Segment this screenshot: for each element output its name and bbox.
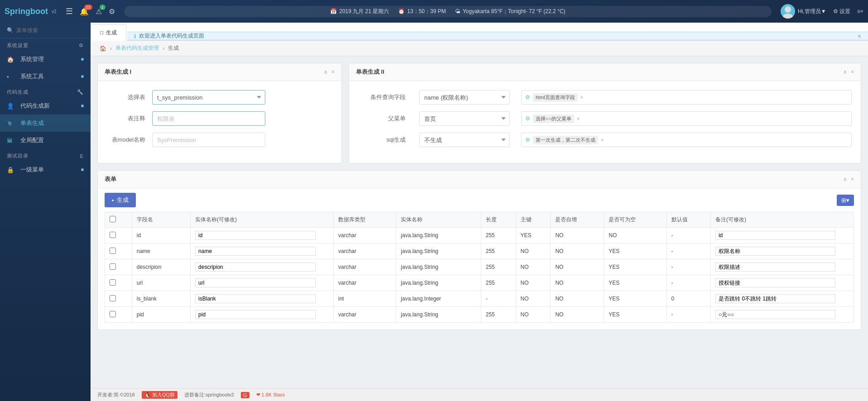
row-checkbox[interactable] <box>110 311 116 317</box>
user-menu[interactable]: Hi,管理员▼ <box>781 4 826 19</box>
sidebar-item-system-mgmt[interactable]: 🏠 系统管理 <box>0 51 91 68</box>
parent-menu-select[interactable]: 首页 <box>419 111 510 126</box>
tab-generate[interactable]: □ 生成 <box>91 24 126 41</box>
code-icon: 🔧 <box>77 89 84 95</box>
panel-right-title: 单表生成 II <box>356 68 843 76</box>
more-menu[interactable]: ≡+ <box>857 8 863 14</box>
info-bar: ℹ 欢迎进入单表代码生成页面 × <box>127 32 868 40</box>
query-field-select[interactable]: name (权限名称) <box>419 90 510 105</box>
qq-join-button[interactable]: 🐧 加入QQ群 <box>142 391 177 399</box>
table-comment-input[interactable] <box>152 111 265 126</box>
parent-menu-tag: 选择○○的父菜单 <box>533 115 574 123</box>
brand-name: Springboot <box>5 7 48 16</box>
close-panel-button[interactable]: × <box>331 69 335 75</box>
close-tab-button[interactable]: × <box>858 33 861 40</box>
follow-text: 进群备注:springbootv2 <box>184 391 234 398</box>
entity-name-input[interactable] <box>195 247 315 256</box>
breadcrumb-item-1[interactable]: 单表代码生成管理 <box>115 44 159 52</box>
cell-checkbox <box>105 291 132 307</box>
remark-input[interactable] <box>715 310 836 319</box>
close-tag-button[interactable]: × <box>580 95 583 100</box>
breadcrumb-home[interactable]: 🏠 <box>100 45 106 52</box>
table-controls: ∧ × <box>843 176 854 182</box>
panel-left-body: 选择表 t_sys_premission 表注释 表model名称 <box>98 81 341 163</box>
weather-text: Yogyakarta 85°F；Tonight- 72 °F (22.2 °C) <box>463 8 566 15</box>
navbar-right: Hi,管理员▼ ⚙ 设置 ≡+ <box>781 4 863 19</box>
time-text: 13：50：39 PM <box>407 8 446 15</box>
svg-point-1 <box>783 14 793 19</box>
close-sql-tag-button[interactable]: × <box>601 138 604 143</box>
cell-auto-inc: NO <box>551 291 604 307</box>
remark-input[interactable] <box>715 294 836 303</box>
copyright-text: 开发者:简 ©2018 <box>97 391 135 398</box>
row-checkbox[interactable] <box>110 248 116 254</box>
cell-nullable: YES <box>604 307 667 323</box>
cell-primary: NO <box>516 291 551 307</box>
settings-gear-icon[interactable]: ⚙ <box>109 7 115 16</box>
table-view-button[interactable]: ⊞▾ <box>837 195 854 206</box>
collapse-table-button[interactable]: ∧ <box>843 176 847 182</box>
gear-tag-icon-2: ⚙ <box>525 115 530 122</box>
collapse-right-button[interactable]: ∧ <box>843 69 847 75</box>
cell-nullable: YES <box>604 243 667 259</box>
sql-gen-select[interactable]: 不生成 <box>419 133 510 147</box>
datetime-bar: 📅 2019 九月 21 星期六 ⏰ 13：50：39 PM 🌤 Yogyaka… <box>124 6 772 17</box>
time-item: ⏰ 13：50：39 PM <box>398 8 446 15</box>
sidebar-item-global-config[interactable]: 🏛 全局配置 <box>0 132 91 149</box>
entity-name-input[interactable] <box>195 263 315 272</box>
stars-count: ❤ 1.6K Stars <box>256 392 285 398</box>
select-table-dropdown[interactable]: t_sys_premission <box>152 90 265 105</box>
sidebar-label: 系统工具 <box>20 72 44 81</box>
entity-name-input[interactable] <box>195 231 315 240</box>
remark-input[interactable] <box>715 263 836 272</box>
cell-entity <box>191 291 334 307</box>
entity-name-input[interactable] <box>195 278 315 287</box>
close-right-panel-button[interactable]: × <box>851 69 854 75</box>
row-checkbox[interactable] <box>110 263 116 270</box>
section-label: 代码生成 <box>7 89 29 95</box>
remark-input[interactable] <box>715 278 836 287</box>
settings-link[interactable]: ⚙ 设置 <box>833 8 850 15</box>
entity-name-input[interactable] <box>195 310 315 319</box>
cursor-icon: 🖱 <box>7 120 16 127</box>
sidebar-item-code-gen-new[interactable]: 👤 代码生成新 <box>0 97 91 115</box>
sidebar-item-system-tools[interactable]: ▪ 系统工具 <box>0 68 91 85</box>
collapse-button[interactable]: ∧ <box>324 69 328 75</box>
th-primary: 主键 <box>516 212 551 228</box>
cell-checkbox <box>105 307 132 323</box>
sidebar-item-first-menu[interactable]: 🔒 一级菜单 <box>0 161 91 178</box>
close-table-button[interactable]: × <box>851 176 854 182</box>
table-container: 字段名 实体名称(可修改) 数据库类型 实体名称 长度 主键 是否自增 是否可为… <box>98 212 861 329</box>
query-field-label: 条件查询字段 <box>358 93 412 101</box>
sidebar-toggle[interactable]: ☰ <box>66 6 73 16</box>
row-checkbox[interactable] <box>110 279 116 286</box>
warning-icon[interactable]: ⚠1 <box>96 7 102 16</box>
cell-nullable: YES <box>604 259 667 275</box>
row-checkbox[interactable] <box>110 295 116 301</box>
generate-button[interactable]: ▪ 生成 <box>105 193 136 207</box>
cell-entity-class: java.lang.String <box>396 243 481 259</box>
entity-name-input[interactable] <box>195 294 315 303</box>
notification-badge: 23 <box>84 5 92 10</box>
cell-checkbox <box>105 259 132 275</box>
row-checkbox[interactable] <box>110 232 116 238</box>
model-name-input[interactable] <box>152 133 265 147</box>
panel-controls: ∧ × <box>324 69 335 75</box>
notification-icon[interactable]: 🔔23 <box>80 7 89 16</box>
navbar: Springboot v2 ☰ 🔔23 ⚠1 ⚙ 📅 2019 九月 21 星期… <box>0 0 868 23</box>
remark-input[interactable] <box>715 231 836 240</box>
breadcrumb-sep-2: › <box>163 45 164 52</box>
th-entity-class: 实体名称 <box>396 212 481 228</box>
close-parent-tag-button[interactable]: × <box>577 116 580 121</box>
weather-item: 🌤 Yogyakarta 85°F；Tonight- 72 °F (22.2 °… <box>455 8 566 15</box>
remark-input[interactable] <box>715 247 836 256</box>
user-label: Hi,管理员▼ <box>798 8 826 15</box>
search-input[interactable] <box>16 27 84 33</box>
cell-field: id <box>132 228 190 243</box>
sidebar-item-single-table-gen[interactable]: 🖱 单表生成 <box>0 115 91 132</box>
select-all-checkbox[interactable] <box>110 216 116 222</box>
panel-left-title: 单表生成 I <box>105 68 324 76</box>
cell-entity-class: java.lang.Integer <box>396 291 481 307</box>
table-actions: ▪ 生成 ⊞▾ <box>98 188 861 212</box>
sidebar: 🔍 系统设置 ⚙ 🏠 系统管理 ▪ 系统工具 代码生成 🔧 👤 代码生成新 🖱 … <box>0 23 91 401</box>
